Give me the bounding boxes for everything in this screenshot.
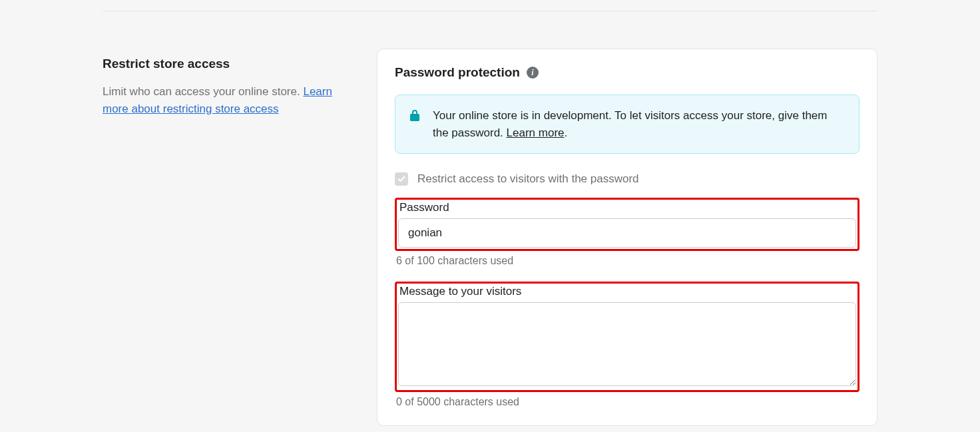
section-sidebar: Restrict store access Limit who can acce… (103, 49, 356, 117)
banner-message: Your online store is in development. To … (433, 109, 827, 139)
section-description: Limit who can access your online store. … (103, 83, 356, 117)
password-highlight: Password (395, 198, 859, 251)
message-highlight: Message to your visitors (395, 282, 859, 392)
message-textarea[interactable] (398, 302, 856, 386)
lock-icon (409, 108, 421, 141)
password-protection-card: Password protection i Your online store … (377, 49, 877, 426)
banner-learn-more-link[interactable]: Learn more (507, 126, 565, 139)
password-input[interactable] (398, 218, 856, 248)
password-label: Password (398, 201, 856, 214)
section-title: Restrict store access (103, 57, 356, 71)
section-description-text: Limit who can access your online store. (103, 85, 303, 98)
message-label: Message to your visitors (398, 285, 856, 298)
info-banner: Your online store is in development. To … (395, 95, 859, 154)
card-header: Password protection i (395, 65, 859, 80)
card-title: Password protection (395, 65, 520, 80)
banner-text: Your online store is in development. To … (433, 107, 846, 141)
info-icon[interactable]: i (527, 67, 539, 79)
restrict-checkbox-label: Restrict access to visitors with the pas… (417, 172, 639, 186)
password-help: 6 of 100 characters used (395, 255, 859, 267)
restrict-checkbox-row: Restrict access to visitors with the pas… (395, 172, 859, 186)
settings-section: Restrict store access Limit who can acce… (103, 11, 877, 426)
restrict-checkbox[interactable] (395, 172, 408, 186)
message-help: 0 of 5000 characters used (395, 396, 859, 408)
